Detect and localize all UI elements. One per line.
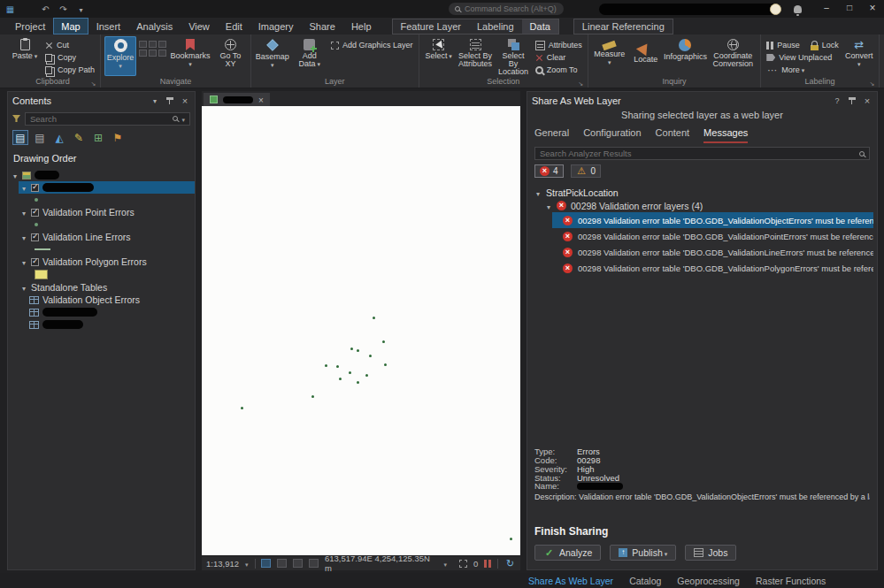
labeling-dialog-launcher-icon[interactable] bbox=[869, 78, 875, 84]
copy-path-button[interactable]: Copy Path bbox=[43, 65, 96, 75]
tab-feature-layer[interactable]: Feature Layer bbox=[393, 19, 469, 34]
maximize-button[interactable] bbox=[838, 0, 861, 18]
pan-icon[interactable] bbox=[158, 50, 166, 57]
bookmarks-button[interactable]: Bookmarks bbox=[169, 36, 211, 76]
point-symbol-row[interactable] bbox=[8, 194, 195, 206]
filter-funnel-icon[interactable] bbox=[12, 115, 20, 122]
dock-tab-catalog[interactable]: Catalog bbox=[629, 576, 661, 586]
paste-button[interactable]: Paste bbox=[9, 36, 41, 76]
expander-icon[interactable] bbox=[20, 182, 27, 193]
map-scale-value[interactable]: 1:13,912 bbox=[206, 559, 239, 569]
grid-toggle-icon[interactable] bbox=[277, 559, 287, 568]
view-unplaced-button[interactable]: View Unplaced bbox=[765, 52, 841, 63]
contents-search-box[interactable] bbox=[25, 112, 190, 126]
notifications-bell-icon[interactable] bbox=[794, 5, 802, 13]
undo-icon[interactable] bbox=[40, 4, 51, 15]
clear-button[interactable]: Clear bbox=[534, 52, 584, 63]
add-data-button[interactable]: Add Data bbox=[292, 36, 327, 76]
tab-map[interactable]: Map bbox=[53, 18, 88, 34]
tab-linear-referencing[interactable]: Linear Referencing bbox=[574, 19, 673, 34]
dock-tab-geoprocessing[interactable]: Geoprocessing bbox=[677, 576, 740, 586]
more-labeling-button[interactable]: More bbox=[765, 65, 841, 75]
explore-button[interactable]: Explore bbox=[104, 36, 136, 76]
convert-labels-button[interactable]: Convert bbox=[843, 36, 875, 76]
polygon-errors-symbol-row[interactable] bbox=[8, 268, 195, 281]
lock-labeling-button[interactable]: Lock bbox=[809, 40, 841, 50]
tab-messages[interactable]: Messages bbox=[703, 127, 748, 143]
command-search[interactable] bbox=[449, 3, 564, 15]
validation-polygon-errors-item[interactable]: Validation Polygon Errors bbox=[8, 256, 195, 268]
command-search-input[interactable] bbox=[465, 4, 568, 13]
tab-help[interactable]: Help bbox=[343, 18, 380, 34]
contents-close-icon[interactable] bbox=[180, 95, 190, 106]
zoom-to-button[interactable]: Zoom To bbox=[534, 65, 584, 75]
scale-chevron-icon[interactable] bbox=[245, 559, 249, 569]
cut-button[interactable]: Cut bbox=[43, 40, 96, 50]
account-name-redacted[interactable] bbox=[599, 4, 780, 15]
basemap-button[interactable]: Basemap bbox=[255, 36, 289, 76]
pause-drawing-icon[interactable] bbox=[484, 560, 491, 568]
expander-icon[interactable] bbox=[534, 187, 542, 198]
refresh-map-icon[interactable] bbox=[504, 558, 516, 569]
tab-general[interactable]: General bbox=[534, 127, 569, 143]
expander-icon[interactable] bbox=[20, 232, 27, 242]
auto-hide-pin-icon[interactable] bbox=[847, 95, 857, 106]
tab-data[interactable]: Data bbox=[522, 19, 558, 34]
tab-analysis[interactable]: Analysis bbox=[128, 18, 181, 34]
list-by-snapping-icon[interactable] bbox=[90, 130, 106, 145]
selection-dialog-launcher-icon[interactable] bbox=[578, 78, 584, 84]
validation-line-errors-item[interactable]: Validation Line Errors bbox=[8, 231, 195, 243]
layer-checkbox[interactable] bbox=[31, 258, 39, 266]
pause-labeling-button[interactable]: Pause bbox=[765, 40, 802, 50]
snapping-toggle-icon[interactable] bbox=[261, 559, 271, 568]
tree-root-item[interactable]: StratPickLocation bbox=[534, 186, 873, 199]
expander-icon[interactable] bbox=[20, 256, 27, 267]
analyzer-message-row[interactable]: 00298 Validation error table 'DBO.GDB_Va… bbox=[552, 212, 873, 228]
clipboard-dialog-launcher-icon[interactable] bbox=[90, 78, 96, 84]
tree-group-item[interactable]: 00298 Validation error layers (4) bbox=[534, 199, 873, 212]
minimize-button[interactable] bbox=[815, 0, 838, 18]
infographics-button[interactable]: Infographics bbox=[665, 36, 707, 76]
go-to-xy-button[interactable]: Go To XY bbox=[214, 36, 247, 76]
list-by-editing-icon[interactable] bbox=[71, 130, 87, 145]
list-by-data-source-icon[interactable] bbox=[32, 130, 48, 145]
measure-button[interactable]: Measure bbox=[592, 36, 627, 76]
coordinate-conversion-button[interactable]: Coordinate Conversion bbox=[709, 36, 757, 76]
copy-button[interactable]: Copy bbox=[43, 52, 96, 63]
previous-extent-icon[interactable] bbox=[158, 41, 166, 48]
analyzer-message-row[interactable]: 00298 Validation error table 'DBO.GDB_Va… bbox=[552, 244, 873, 260]
analyzer-message-row[interactable]: 00298 Validation error table 'DBO.GDB_Va… bbox=[552, 260, 873, 276]
line-errors-symbol-row[interactable] bbox=[8, 243, 195, 256]
expander-icon[interactable] bbox=[12, 170, 19, 180]
add-graphics-layer-button[interactable]: Add Graphics Layer bbox=[329, 40, 415, 50]
table-item-redacted-2[interactable] bbox=[8, 318, 195, 331]
tab-share[interactable]: Share bbox=[302, 18, 343, 34]
tab-content[interactable]: Content bbox=[656, 127, 690, 143]
tab-imagery[interactable]: Imagery bbox=[250, 18, 302, 34]
errors-filter-button[interactable]: 4 bbox=[534, 164, 564, 178]
search-options-chevron-icon[interactable] bbox=[181, 113, 185, 124]
standalone-tables-item[interactable]: Standalone Tables bbox=[8, 281, 195, 294]
validation-point-errors-item[interactable]: Validation Point Errors bbox=[8, 206, 195, 218]
warnings-filter-button[interactable]: 0 bbox=[571, 164, 602, 178]
tab-configuration[interactable]: Configuration bbox=[583, 127, 641, 143]
layer-checkbox[interactable] bbox=[31, 233, 39, 241]
panel-menu-icon[interactable] bbox=[150, 95, 160, 106]
coordinates-chevron-icon[interactable] bbox=[444, 559, 448, 569]
dock-tab-share-as-web-layer[interactable]: Share As Web Layer bbox=[528, 576, 613, 586]
tab-edit[interactable]: Edit bbox=[218, 18, 250, 34]
constraints-toggle-icon[interactable] bbox=[293, 559, 303, 568]
quick-access-toolbar-icon[interactable] bbox=[75, 4, 87, 15]
corrections-toggle-icon[interactable] bbox=[309, 559, 319, 568]
auto-hide-pin-icon[interactable] bbox=[165, 95, 175, 106]
help-icon[interactable]: ? bbox=[832, 95, 842, 106]
map-canvas[interactable] bbox=[202, 106, 520, 555]
list-by-drawing-order-icon[interactable] bbox=[12, 130, 28, 145]
map-tab-close-icon[interactable] bbox=[258, 95, 264, 105]
tab-project[interactable]: Project bbox=[7, 18, 53, 34]
point-errors-symbol-row[interactable] bbox=[8, 218, 195, 231]
select-button[interactable]: Select bbox=[423, 36, 455, 76]
navigation-tools-cluster[interactable] bbox=[139, 36, 166, 76]
expander-icon[interactable] bbox=[20, 282, 27, 293]
fixed-zoom-out-icon[interactable] bbox=[139, 50, 147, 57]
